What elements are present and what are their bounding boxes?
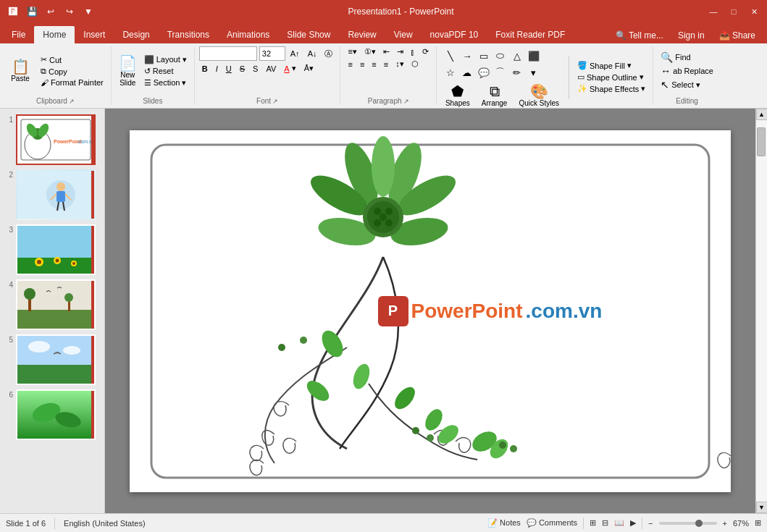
slide-thumb-1[interactable]: 1 PowerPoint .com.vn — [3, 114, 101, 165]
undo-button[interactable]: ↩ — [43, 4, 58, 19]
quick-styles-button[interactable]: 🎨 Quick Styles — [514, 83, 563, 108]
tab-novapdf[interactable]: novaPDF 10 — [422, 26, 487, 43]
slide-thumb-4[interactable]: 4 — [3, 279, 101, 330]
decrease-indent-button[interactable]: ⇤ — [380, 46, 393, 57]
shape-rect[interactable]: ▭ — [476, 48, 492, 64]
replace-button[interactable]: ↔ abReplace — [658, 64, 716, 77]
shape-curve[interactable]: ⌒ — [493, 64, 508, 80]
comments-button[interactable]: 💬 Comments — [527, 518, 577, 528]
slide-thumb-2[interactable]: 2 — [3, 169, 101, 220]
shape-more[interactable]: ⬛ — [526, 48, 542, 64]
new-slide-button[interactable]: 📄 New Slide — [116, 54, 140, 88]
shape-freeform[interactable]: ✏ — [509, 64, 525, 80]
highlight-button[interactable]: Ā▾ — [301, 63, 317, 74]
tab-view[interactable]: View — [385, 26, 422, 43]
fit-to-window-button[interactable]: ⊞ — [755, 518, 761, 528]
italic-button[interactable]: I — [213, 64, 221, 74]
char-spacing-button[interactable]: AV — [263, 64, 279, 74]
zoom-slider[interactable] — [659, 522, 717, 525]
arrange-button[interactable]: ⧉ Arrange — [477, 83, 512, 108]
slide-preview-4[interactable] — [16, 279, 96, 330]
paragraph-expand-icon[interactable]: ↗ — [403, 98, 409, 105]
text-direction-button[interactable]: ⟳ — [419, 46, 432, 57]
paste-button[interactable]: 📋 Paste — [4, 58, 36, 84]
close-button[interactable]: ✕ — [747, 4, 761, 19]
shape-callout[interactable]: 💬 — [476, 64, 492, 80]
minimize-button[interactable]: — — [706, 4, 721, 19]
zoom-thumb[interactable] — [695, 520, 703, 527]
scroll-up-button[interactable]: ▲ — [756, 109, 768, 120]
add-column-button[interactable]: ⫿ — [408, 46, 418, 57]
slide-sorter-button[interactable]: ⊟ — [602, 518, 608, 528]
slide-preview-5[interactable] — [16, 334, 96, 385]
shape-fill-button[interactable]: 🪣 Shape Fill ▾ — [574, 60, 648, 71]
font-expand-icon[interactable]: ↗ — [272, 98, 278, 105]
shape-star[interactable]: ☆ — [443, 64, 458, 80]
signin-button[interactable]: Sign in — [672, 29, 711, 42]
tab-design[interactable]: Design — [114, 26, 158, 43]
tab-file[interactable]: File — [3, 26, 34, 43]
shadow-button[interactable]: S — [250, 64, 261, 74]
slide-preview-6[interactable] — [16, 389, 96, 440]
increase-indent-button[interactable]: ⇥ — [394, 46, 406, 57]
font-size-input[interactable]: 32 — [259, 46, 285, 61]
slide-thumb-5[interactable]: 5 — [3, 334, 101, 385]
reading-view-button[interactable]: 📖 — [614, 518, 624, 528]
maximize-button[interactable]: □ — [726, 4, 741, 19]
slide-thumb-3[interactable]: 3 — [3, 224, 101, 275]
bullets-button[interactable]: ≡▾ — [345, 46, 359, 57]
numbering-button[interactable]: ①▾ — [361, 46, 379, 57]
tab-transitions[interactable]: Transitions — [159, 26, 218, 43]
slide-preview-2[interactable] — [16, 169, 96, 220]
shape-expand[interactable]: ▾ — [526, 64, 542, 80]
clipboard-expand-icon[interactable]: ↗ — [69, 98, 75, 105]
tab-home[interactable]: Home — [34, 26, 75, 43]
main-slide-canvas[interactable]: P PowerPoint.com.vn — [130, 130, 731, 492]
copy-button[interactable]: ⧉Copy — [38, 66, 106, 77]
font-color-button[interactable]: A▾ — [281, 63, 298, 74]
zoom-in-button[interactable]: + — [723, 519, 727, 528]
share-button[interactable]: 📤 Share — [713, 29, 761, 42]
layout-button[interactable]: ⬛ Layout ▾ — [141, 54, 190, 65]
slide-preview-3[interactable] — [16, 224, 96, 275]
clear-format-button[interactable]: Ⓐ — [322, 48, 335, 60]
save-button[interactable]: 💾 — [25, 4, 39, 19]
shape-triangle[interactable]: △ — [509, 48, 525, 64]
slide-preview-1[interactable]: PowerPoint .com.vn — [16, 114, 96, 165]
tab-insert[interactable]: Insert — [75, 26, 114, 43]
smart-art-button[interactable]: ⬡ — [408, 59, 422, 69]
shape-line[interactable]: ╲ — [443, 48, 458, 64]
strikethrough-button[interactable]: S — [237, 64, 248, 74]
redo-button[interactable]: ↪ — [62, 4, 77, 19]
cut-button[interactable]: ✂Cut — [38, 54, 106, 65]
font-name-input[interactable] — [199, 46, 257, 61]
slide-panel[interactable]: 1 PowerPoint .com.vn 2 — [0, 109, 105, 513]
shapes-button[interactable]: ⬟ Shapes — [441, 83, 474, 108]
scrollbar-track[interactable] — [756, 120, 767, 502]
tab-animations[interactable]: Animations — [218, 26, 278, 43]
shape-arrow[interactable]: → — [459, 48, 475, 64]
section-button[interactable]: ☰ Section ▾ — [141, 77, 190, 88]
reset-button[interactable]: ↺ Reset — [141, 66, 190, 77]
format-painter-button[interactable]: 🖌Format Painter — [38, 77, 106, 88]
notes-button[interactable]: 📝 Notes — [487, 518, 521, 528]
find-button[interactable]: 🔍 Find — [658, 51, 716, 64]
tab-slideshow[interactable]: Slide Show — [278, 26, 339, 43]
scroll-down-button[interactable]: ▼ — [756, 502, 768, 513]
normal-view-button[interactable]: ⊞ — [590, 518, 596, 528]
scrollbar-thumb[interactable] — [757, 127, 766, 156]
justify-button[interactable]: ≡ — [381, 59, 391, 69]
bold-button[interactable]: B — [199, 64, 211, 74]
shape-outline-button[interactable]: ▭ Shape Outline ▾ — [574, 72, 648, 83]
tell-me-button[interactable]: 🔍 Tell me... — [610, 29, 669, 42]
align-right-button[interactable]: ≡ — [369, 59, 379, 69]
tab-foxit[interactable]: Foxit Reader PDF — [487, 26, 574, 43]
customize-qat-button[interactable]: ▼ — [81, 4, 96, 19]
underline-button[interactable]: U — [223, 64, 235, 74]
shape-oval[interactable]: ⬭ — [493, 48, 508, 64]
select-button[interactable]: ↖ Select ▾ — [658, 78, 716, 91]
shape-cloud[interactable]: ☁ — [459, 64, 475, 80]
slideshow-button[interactable]: ▶ — [630, 518, 636, 528]
align-left-button[interactable]: ≡ — [345, 59, 355, 69]
tab-review[interactable]: Review — [339, 26, 385, 43]
